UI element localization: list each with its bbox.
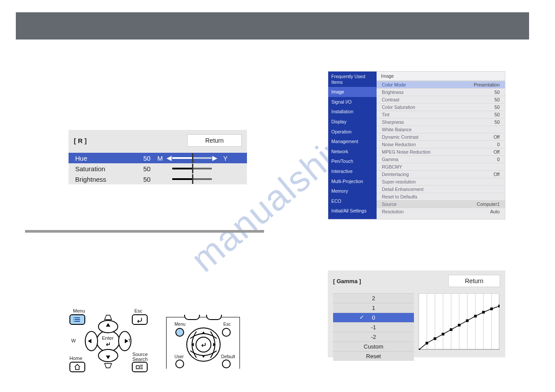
menu-row[interactable]: Contrast50 bbox=[377, 96, 505, 103]
source-search-button[interactable] bbox=[132, 362, 148, 372]
gamma-return-button[interactable]: Return bbox=[448, 275, 500, 287]
svg-rect-38 bbox=[136, 366, 139, 369]
menu-row-key: Reset to Defaults bbox=[382, 194, 500, 199]
sidebar-item[interactable]: Image bbox=[328, 87, 377, 97]
remote-a-t-label: T bbox=[128, 338, 131, 343]
slider[interactable] bbox=[172, 178, 212, 180]
remote-b-user-button[interactable] bbox=[175, 360, 184, 368]
back-arrow-icon bbox=[136, 316, 144, 323]
gamma-option[interactable]: 1 bbox=[333, 303, 414, 313]
row-value: 50 bbox=[143, 165, 157, 173]
menu-row-key: Color Saturation bbox=[382, 104, 494, 110]
svg-rect-18 bbox=[466, 319, 468, 322]
menu-row-value: 50 bbox=[494, 119, 500, 125]
svg-rect-15 bbox=[442, 333, 444, 335]
remote-a-enter-label: Enter bbox=[102, 335, 113, 341]
page-header-bar bbox=[16, 12, 529, 40]
divider-rule bbox=[25, 230, 264, 233]
menu-row-key: Dynamic Contrast bbox=[382, 134, 493, 140]
menu-row-value: 50 bbox=[494, 90, 500, 95]
sidebar-item[interactable]: Memory bbox=[328, 186, 377, 196]
menu-row[interactable]: Gamma0 bbox=[377, 155, 505, 163]
esc-button[interactable] bbox=[132, 314, 148, 325]
menu-row[interactable]: DeinterlacingOff bbox=[377, 170, 505, 178]
menu-row-key: Super-resolution bbox=[382, 179, 500, 184]
menu-row[interactable]: Reset to Defaults bbox=[377, 193, 505, 200]
row-right-letter: Y bbox=[218, 155, 228, 162]
home-button[interactable] bbox=[69, 362, 85, 372]
r-row-brightness[interactable]: Brightness50 bbox=[69, 174, 247, 184]
sidebar-item[interactable]: Installation bbox=[328, 107, 377, 117]
sidebar-item[interactable]: Operation bbox=[328, 127, 377, 137]
menu-row-value: 50 bbox=[494, 112, 500, 117]
sidebar-item[interactable]: Management bbox=[328, 137, 377, 147]
menu-row[interactable]: Super-resolution bbox=[377, 178, 505, 185]
remote-b-user-label: User bbox=[174, 354, 184, 359]
menu-row-value: 0 bbox=[497, 142, 500, 147]
menu-sidebar: Frequently Used ItemsImageSignal I/OInst… bbox=[328, 72, 377, 219]
svg-rect-19 bbox=[474, 315, 477, 317]
sidebar-item[interactable]: Display bbox=[328, 117, 377, 127]
gamma-chart bbox=[418, 293, 499, 349]
menu-row[interactable]: ResolutionAuto bbox=[377, 208, 505, 215]
sidebar-item[interactable]: Frequently Used Items bbox=[328, 72, 377, 87]
remote-a-source-search-label: Source Search bbox=[132, 352, 148, 362]
remote-b-dpad[interactable] bbox=[183, 325, 224, 364]
sidebar-item[interactable]: Network bbox=[328, 147, 377, 157]
menu-row-key: Contrast bbox=[382, 97, 494, 102]
remote-diagram-b: Menu Esc User Default bbox=[166, 317, 240, 369]
sidebar-item[interactable]: Pen/Touch bbox=[328, 156, 377, 166]
menu-row[interactable]: RGBCMY bbox=[377, 163, 505, 170]
sidebar-item[interactable]: Interactive bbox=[328, 166, 377, 176]
menu-row-key: Gamma bbox=[382, 157, 497, 162]
slider[interactable] bbox=[172, 157, 212, 159]
gamma-option[interactable]: Reset bbox=[333, 351, 414, 361]
svg-rect-21 bbox=[490, 308, 493, 310]
menu-row-value: Off bbox=[493, 172, 500, 177]
r-row-hue[interactable]: Hue50M◀▶Y bbox=[69, 153, 247, 163]
menu-row[interactable]: Dynamic ContrastOff bbox=[377, 133, 505, 140]
gamma-option[interactable]: -1 bbox=[333, 322, 414, 332]
menu-button[interactable] bbox=[69, 314, 85, 325]
menu-row[interactable]: Color Saturation50 bbox=[377, 103, 505, 111]
r-row-saturation[interactable]: Saturation50 bbox=[69, 163, 247, 174]
menu-row[interactable]: Sharpness50 bbox=[377, 118, 505, 126]
enter-arrow-icon bbox=[105, 342, 111, 347]
svg-point-40 bbox=[196, 337, 211, 352]
sidebar-item[interactable]: Multi-Projection bbox=[328, 176, 377, 187]
svg-rect-20 bbox=[482, 311, 485, 313]
remote-a-dpad[interactable] bbox=[83, 320, 133, 363]
remote-a-menu-label: Menu bbox=[73, 308, 85, 313]
menu-row-value: Off bbox=[493, 149, 500, 155]
remote-b-top-pill-right[interactable] bbox=[206, 315, 222, 320]
sidebar-item[interactable]: Signal I/O bbox=[328, 97, 377, 107]
return-button[interactable]: Return bbox=[187, 134, 242, 147]
gamma-option[interactable]: Custom bbox=[333, 342, 414, 351]
menu-row[interactable]: Noise Reduction0 bbox=[377, 140, 505, 148]
check-icon: ✓ bbox=[359, 314, 364, 320]
remote-b-menu-button[interactable] bbox=[175, 328, 184, 337]
sidebar-item[interactable]: ECO bbox=[328, 196, 377, 206]
menu-row[interactable]: MPEG Noise ReductionOff bbox=[377, 148, 505, 155]
sidebar-item[interactable]: Initial/All Settings bbox=[328, 206, 377, 216]
trapezoid-down-icon bbox=[102, 363, 114, 369]
slider[interactable] bbox=[172, 167, 212, 170]
menu-row[interactable]: Color ModePresentation bbox=[377, 81, 505, 88]
home-icon bbox=[74, 364, 81, 370]
triangle-left-icon: ◀ bbox=[166, 154, 172, 162]
svg-rect-14 bbox=[434, 337, 436, 340]
rgbcmy-r-panel: [ R ] Return Hue50M◀▶YSaturation50Bright… bbox=[69, 130, 247, 184]
gamma-option[interactable]: 2 bbox=[333, 293, 414, 303]
gamma-option[interactable]: -2 bbox=[333, 332, 414, 342]
menu-row[interactable]: Tint50 bbox=[377, 111, 505, 118]
menu-row[interactable]: Brightness50 bbox=[377, 88, 505, 96]
row-label: Brightness bbox=[75, 176, 143, 183]
remote-a-esc-label: Esc bbox=[134, 308, 142, 313]
menu-row[interactable]: Detail Enhancement bbox=[377, 185, 505, 193]
remote-b-top-pill-left[interactable] bbox=[184, 315, 200, 320]
menu-row[interactable]: SourceComputer1 bbox=[377, 200, 505, 208]
gamma-option[interactable]: ✓0 bbox=[333, 313, 414, 322]
menu-row-value: Presentation bbox=[474, 82, 500, 87]
remote-a-home-label: Home bbox=[69, 356, 82, 361]
menu-row[interactable]: White Balance bbox=[377, 126, 505, 133]
